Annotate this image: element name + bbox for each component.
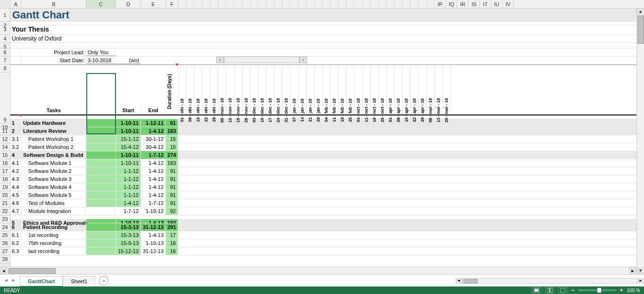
row-1[interactable]: Gantt Chart [10,8,644,22]
tiny-col-header[interactable] [274,0,282,8]
col-header-IS[interactable]: IS [469,0,480,8]
col-header-C[interactable]: C [86,0,116,8]
scroll-down-button[interactable]: ▼ [637,268,644,274]
col-header-IQ[interactable]: IQ [446,0,457,8]
tiny-col-header[interactable] [210,0,218,8]
tiny-col-header[interactable] [266,0,274,8]
tiny-col-header[interactable] [387,0,395,8]
zoom-value[interactable]: 100 % [627,288,640,293]
tiny-col-header[interactable] [202,0,210,8]
row-header-16[interactable]: 16 [0,159,10,167]
zoom-in-button[interactable]: + [620,287,623,294]
task-row[interactable]: 4.4Software Module 41-1-121-4-1291 [10,183,644,191]
row-header-20[interactable]: 20 [0,191,10,199]
hscroll2-left[interactable]: ◄ [455,278,462,284]
col-header-IP[interactable]: IP [435,0,446,8]
col-header-B[interactable]: B [22,0,86,8]
tab-nav-prev[interactable]: ► [10,278,17,284]
vscroll-thumb[interactable] [637,16,644,44]
task-row[interactable]: 2Literature Review1-10-111-4-12183 [10,127,644,135]
row-9-headers[interactable]: Tasks Start End Duration (Days) 01 - okt… [10,65,644,115]
col-header-IR[interactable]: IR [457,0,469,8]
zoom-out-button[interactable]: − [571,287,575,294]
tiny-col-header[interactable] [427,0,435,8]
timeline-scroll-track[interactable] [224,57,299,63]
col-header-F[interactable]: F [166,0,178,8]
task-row[interactable]: 4Software Design & Build1-10-111-7-12274 [10,151,644,159]
row-header-9[interactable]: 9 [0,73,10,123]
row-header-27[interactable]: 27 [0,247,10,255]
row-header-17[interactable]: 17 [0,167,10,175]
row-header-14[interactable]: 14 [0,143,10,151]
task-row[interactable]: 4.2Software Module 21-1-121-4-1291 [10,167,644,175]
tiny-col-header[interactable] [218,0,226,8]
task-row[interactable]: 6.11st recording15-3-131-4-1317 [10,231,644,239]
task-row[interactable]: 3.2Patient Workshop 215-4-1230-4-1215 [10,143,644,151]
row-header-12[interactable]: 12 [0,135,10,143]
task-row[interactable]: 6.3last recording15-12-1331-12-1316 [10,247,644,255]
task-row[interactable]: 4.1Software Module 11-10-111-4-12183 [10,159,644,167]
zoom-slider-thumb[interactable] [597,288,601,293]
tiny-col-header[interactable] [194,0,202,8]
tiny-col-header[interactable] [314,0,322,8]
row-header-21[interactable]: 21 [0,199,10,207]
col-header-A[interactable]: A [10,0,22,8]
vertical-scrollbar[interactable]: ▲ ▼ [636,8,644,274]
row-header-2[interactable]: 2 [0,22,10,25]
tiny-col-header[interactable] [282,0,290,8]
row-header-19[interactable]: 19 [0,183,10,191]
scroll-up-button[interactable]: ▲ [637,8,644,15]
tiny-col-header[interactable] [403,0,411,8]
row-header-3[interactable]: 3 [0,25,10,35]
row-header-24[interactable]: 24 [0,223,10,231]
tiny-col-header[interactable] [347,0,355,8]
horizontal-scrollbar[interactable]: ◄ ► [0,267,636,274]
row-header-8[interactable]: 8 [0,65,10,73]
hscroll-left-button[interactable]: ◄ [0,267,8,275]
sheet-tab-sheet1[interactable]: Sheet1 [63,276,95,287]
view-normal-icon[interactable] [532,287,541,294]
hscroll-right-button[interactable]: ► [629,267,636,275]
col-header-IT[interactable]: IT [480,0,491,8]
timeline-scroll-right[interactable]: › [299,57,307,63]
row-2[interactable] [10,22,644,25]
row-header-22[interactable]: 22 [0,207,10,215]
row-5[interactable] [10,43,644,49]
task-row[interactable]: 4.7Module integration1-7-121-10-1292 [10,207,644,215]
tiny-col-header[interactable] [419,0,427,8]
tiny-col-header[interactable] [178,0,186,8]
task-row[interactable]: 3.1Patient Workshop 115-1-1230-1-1215 [10,135,644,143]
tiny-col-header[interactable] [411,0,419,8]
tiny-col-header[interactable] [186,0,194,8]
tiny-col-header[interactable] [258,0,266,8]
row-4[interactable]: University of Oxford [10,35,644,43]
row-6[interactable]: Project Lead: Only You [10,49,644,57]
task-row[interactable]: 6Patient Recording15-3-1331-12-13291 [10,223,644,231]
task-row[interactable]: 4.6Test of Modules1-4-121-7-1291 [10,199,644,207]
row-header-23[interactable]: 23 [0,215,10,223]
col-header-IV[interactable]: IV [503,0,514,8]
hscroll2-right[interactable]: ► [637,278,644,284]
task-row[interactable]: 4.3Software Module 31-1-121-4-1291 [10,175,644,183]
add-sheet-button[interactable]: + [99,276,108,286]
row-header-7[interactable]: 7 [0,57,10,65]
row-header-15[interactable]: 15 [0,151,10,159]
tiny-col-header[interactable] [298,0,306,8]
vscroll-track[interactable] [637,15,644,268]
zoom-slider[interactable] [578,289,616,291]
tiny-col-header[interactable] [395,0,403,8]
sheet-tab-ganttchart[interactable]: GanttChart [20,276,63,287]
tiny-col-header[interactable] [371,0,379,8]
tiny-col-header[interactable] [322,0,330,8]
second-hscroll[interactable]: ◄ ► [455,278,644,284]
row-header-25[interactable]: 25 [0,231,10,239]
col-header-IU[interactable]: IU [491,0,503,8]
tab-nav-first[interactable]: ◄ [3,278,9,284]
tiny-col-header[interactable] [306,0,314,8]
tiny-col-header[interactable] [379,0,387,8]
tiny-col-header[interactable] [330,0,339,8]
task-row[interactable]: 4.5Software Module 51-1-121-4-1291 [10,191,644,199]
row-header-28[interactable]: 28 [0,255,10,263]
row-header-1[interactable]: 1 [0,8,10,22]
tiny-col-header[interactable] [290,0,298,8]
